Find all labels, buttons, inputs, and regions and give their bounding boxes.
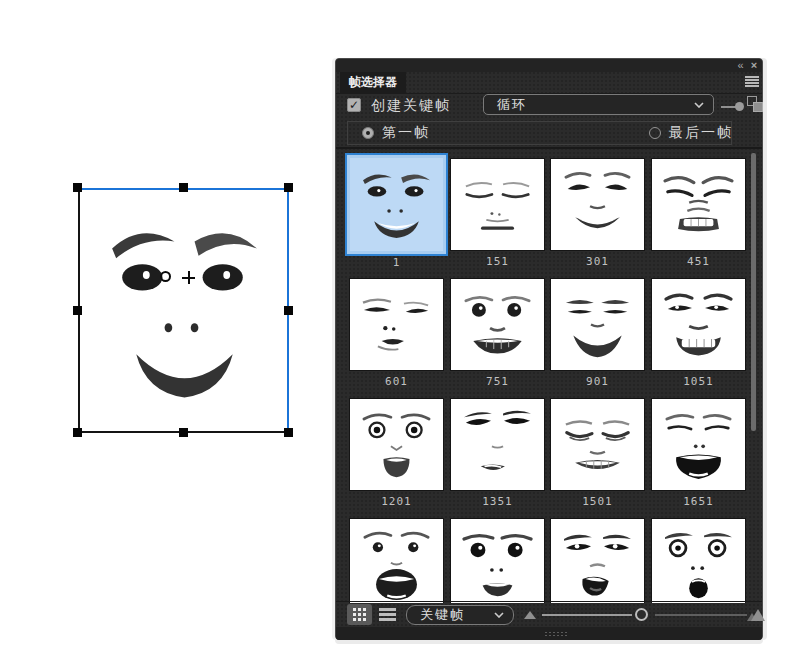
transform-anchor-icon[interactable] — [160, 271, 171, 282]
grid-view-icon — [353, 608, 366, 621]
frame-thumbnail[interactable] — [349, 518, 444, 603]
frame-thumb-image[interactable] — [349, 518, 444, 603]
frame-thumb-image[interactable] — [651, 518, 746, 603]
frame-thumbnail[interactable]: 151 — [450, 158, 545, 268]
scrollbar-thumb[interactable] — [751, 153, 756, 431]
panel-menu-icon[interactable] — [745, 76, 759, 88]
face-sketch — [551, 399, 644, 490]
face-sketch — [551, 519, 644, 603]
frame-thumb-image[interactable] — [349, 398, 444, 491]
frame-thumbnail[interactable]: 301 — [550, 158, 645, 268]
frame-thumb-image[interactable] — [550, 518, 645, 603]
view-mode-value: 关键帧 — [420, 606, 465, 624]
grid-view-button[interactable] — [347, 604, 372, 625]
frame-number-label: 1 — [349, 256, 444, 269]
face-sketch — [652, 159, 745, 250]
list-view-button[interactable] — [379, 608, 396, 621]
frame-thumb-image[interactable] — [345, 153, 448, 256]
selection-handle-bottom-right[interactable] — [284, 428, 293, 437]
frame-thumbnail[interactable]: 1651 — [651, 398, 746, 508]
panel-controls: ✓ 创建关键帧 循环 — [336, 93, 762, 121]
frame-picker-panel: « × 帧选择器 ✓ 创建关键帧 循环 第一帧 — [335, 58, 763, 640]
frame-thumbnail[interactable]: 451 — [651, 158, 746, 268]
panel-resize-grip[interactable] — [336, 627, 762, 640]
panel-tabbar: 帧选择器 — [336, 72, 762, 94]
loop-dropdown[interactable]: 循环 — [483, 94, 714, 115]
panel-titlebar: « × — [336, 59, 762, 72]
frame-thumb-image[interactable] — [651, 158, 746, 251]
frame-thumb-image[interactable] — [450, 278, 545, 371]
face-sketch — [551, 159, 644, 250]
selection-handle-top-center[interactable] — [179, 183, 188, 192]
frame-thumb-image[interactable] — [450, 398, 545, 491]
face-sketch — [350, 399, 443, 490]
frame-number-label: 451 — [651, 255, 746, 268]
selection-handle-middle-left[interactable] — [73, 306, 82, 315]
panel-footer: 关键帧 — [336, 601, 762, 628]
slider-track-right — [655, 614, 747, 616]
frame-thumbnail[interactable]: 1201 — [349, 398, 444, 508]
frame-number-label: 1501 — [550, 495, 645, 508]
frame-number-label: 751 — [450, 375, 545, 388]
selection-handle-bottom-left[interactable] — [73, 428, 82, 437]
frame-thumbnail[interactable] — [651, 518, 746, 603]
create-keyframe-checkbox[interactable]: ✓ — [347, 98, 361, 112]
create-keyframe-label: 创建关键帧 — [371, 97, 451, 115]
frame-option-group: 第一帧 最后一帧 — [347, 121, 732, 145]
view-mode-dropdown[interactable]: 关键帧 — [406, 605, 514, 625]
face-sketch — [350, 158, 443, 251]
frame-grid: 115130145160175190110511201135115011651 — [336, 147, 762, 603]
frame-thumb-image[interactable] — [550, 278, 645, 371]
frame-thumbnail[interactable]: 751 — [450, 278, 545, 388]
frame-thumb-image[interactable] — [651, 278, 746, 371]
chevron-down-icon — [494, 612, 504, 618]
checkmark-icon: ✓ — [348, 99, 360, 111]
last-frame-label: 最后一帧 — [669, 124, 733, 142]
radio-selected-icon — [362, 127, 374, 139]
close-panel-icon[interactable]: × — [748, 59, 760, 72]
frame-thumbnail[interactable]: 1051 — [651, 278, 746, 388]
frame-thumbnail[interactable]: 601 — [349, 278, 444, 388]
face-sketch — [451, 279, 544, 370]
duplicate-icon[interactable] — [747, 96, 763, 112]
frame-thumb-image[interactable] — [450, 158, 545, 251]
first-frame-label: 第一帧 — [382, 124, 430, 142]
face-sketch — [350, 279, 443, 370]
frame-thumbnail[interactable]: 1351 — [450, 398, 545, 508]
frame-number-label: 1201 — [349, 495, 444, 508]
face-sketch — [451, 519, 544, 603]
frame-thumbnail[interactable]: 1501 — [550, 398, 645, 508]
selection-handle-top-left[interactable] — [73, 183, 82, 192]
frame-thumbnail[interactable]: 901 — [550, 278, 645, 388]
face-sketch — [551, 279, 644, 370]
frame-thumbnail[interactable] — [450, 518, 545, 603]
thumbnail-zoom-in-icon[interactable] — [747, 609, 765, 621]
frame-number-label: 1051 — [651, 375, 746, 388]
face-sketch — [652, 399, 745, 490]
selection-handle-bottom-center[interactable] — [179, 428, 188, 437]
selection-handle-top-right[interactable] — [284, 183, 293, 192]
thumbnail-size-slider[interactable] — [635, 608, 648, 621]
thumbnail-zoom-out-icon[interactable] — [524, 611, 536, 619]
pin-icon[interactable] — [721, 102, 744, 111]
grip-dots-icon — [544, 631, 568, 637]
frame-thumb-image[interactable] — [450, 518, 545, 603]
document-canvas: « × 帧选择器 ✓ 创建关键帧 循环 第一帧 — [0, 0, 796, 653]
frame-number-label: 301 — [550, 255, 645, 268]
frame-thumb-image[interactable] — [550, 158, 645, 251]
frame-number-label: 601 — [349, 375, 444, 388]
frame-number-label: 1651 — [651, 495, 746, 508]
frame-thumb-image[interactable] — [651, 398, 746, 491]
selection-bounding-box — [78, 188, 289, 433]
frame-thumbnail[interactable]: 1 — [349, 158, 444, 269]
slider-track-left — [542, 614, 632, 616]
selection-handle-middle-right[interactable] — [284, 306, 293, 315]
tab-frame-picker[interactable]: 帧选择器 — [340, 72, 406, 93]
radio-unselected-icon — [649, 127, 661, 139]
collapse-panel-icon[interactable]: « — [734, 59, 746, 72]
registration-cross-icon — [182, 271, 195, 284]
frame-thumb-image[interactable] — [550, 398, 645, 491]
frame-thumbnail[interactable] — [550, 518, 645, 603]
frame-number-label: 1351 — [450, 495, 545, 508]
frame-thumb-image[interactable] — [349, 278, 444, 371]
